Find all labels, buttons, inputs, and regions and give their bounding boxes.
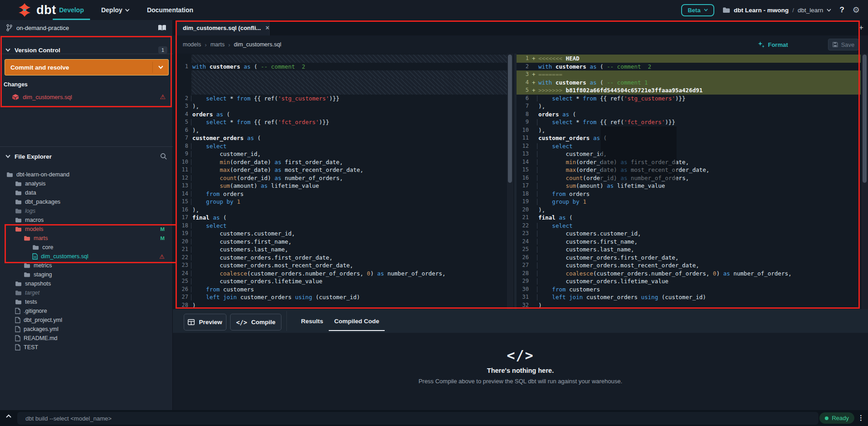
code-line[interactable]: 28 coalesce(customer_orders.number_of_or… <box>517 270 861 278</box>
code-line[interactable]: 23 customer_orders.most_recent_order_dat… <box>176 261 507 270</box>
code-line[interactable]: 16 count(order_id) as number_of_orders, <box>517 174 861 182</box>
help-icon[interactable]: ? <box>839 5 844 15</box>
code-line[interactable]: 17final as ( <box>176 214 507 222</box>
code-line[interactable]: 18 select <box>176 222 507 230</box>
code-line[interactable]: 14 from orders <box>176 190 507 198</box>
code-line[interactable]: 30 from customers <box>517 286 861 294</box>
tree-item-dbt-learn-on-demand[interactable]: dbt-learn-on-demand <box>0 170 173 179</box>
tree-item-snapshots[interactable]: snapshots <box>0 279 173 288</box>
code-line[interactable]: 7), <box>517 102 861 110</box>
diff-added-line[interactable]: 3+======= <box>517 70 861 79</box>
code-line[interactable]: 2with customers as ( -- comment 2 <box>517 63 861 71</box>
save-button[interactable]: Save <box>828 39 859 50</box>
code-line[interactable]: 7customer_orders as ( <box>176 134 507 142</box>
compile-button[interactable]: </> Compile <box>230 314 281 331</box>
code-line[interactable]: 31 left join customer_orders using (cust… <box>517 293 861 301</box>
code-line[interactable]: 15 group by 1 <box>176 198 507 206</box>
new-tab-button[interactable]: + <box>859 23 863 32</box>
close-icon[interactable]: × <box>266 24 269 31</box>
chevron-up-icon[interactable] <box>5 414 12 418</box>
tree-item-test[interactable]: TEST <box>0 343 173 352</box>
code-line[interactable]: 27 left join customer_orders using (cust… <box>176 293 507 301</box>
code-line[interactable]: 17 sum(amount) as lifetime_value <box>517 182 861 190</box>
dbt-command-input[interactable]: dbt build --select <model_name> <box>17 412 818 425</box>
code-line[interactable]: 26 customer_orders.first_order_date, <box>517 254 861 262</box>
changed-file-row[interactable]: dim_customers.sql ⚠ <box>0 92 173 102</box>
code-line[interactable]: 8 select <box>176 142 507 150</box>
code-line[interactable]: 24 coalesce(customer_orders.number_of_or… <box>176 270 507 278</box>
diff-pane-current[interactable]: 1with customers as ( -- comment 22 selec… <box>176 55 507 309</box>
code-line[interactable]: 18 from orders <box>517 190 861 198</box>
code-line[interactable]: 16), <box>176 206 507 214</box>
code-line[interactable]: 19 group by 1 <box>517 198 861 206</box>
code-line[interactable]: 2 select * from {{ ref('stg_customers')}… <box>176 95 507 103</box>
project-selector[interactable]: dbt Learn - mwong / dbt_learn <box>722 7 832 14</box>
tree-item-marts[interactable]: martsM <box>0 234 173 243</box>
code-line[interactable]: 12 select <box>517 142 861 150</box>
code-line[interactable]: 6 select * from {{ ref('stg_customers')}… <box>517 95 861 103</box>
code-line[interactable]: 27 customer_orders.most_recent_order_dat… <box>517 261 861 270</box>
code-line[interactable]: 6), <box>176 126 507 135</box>
tree-item-logs[interactable]: logs <box>0 206 173 216</box>
code-line[interactable]: 29 customer_orders.lifetime_value <box>517 277 861 286</box>
code-line[interactable]: 1with customers as ( -- comment 2 <box>176 63 507 71</box>
tree-item-staging[interactable]: staging <box>0 270 173 279</box>
code-line[interactable]: 25 customer_orders.lifetime_value <box>176 277 507 286</box>
nav-documentation[interactable]: Documentation <box>147 0 193 20</box>
tree-item-core[interactable]: core <box>0 243 173 252</box>
breadcrumb-marts[interactable]: marts <box>211 41 225 48</box>
right-pane-scrollbar[interactable] <box>862 54 868 309</box>
tree-item--gitignore[interactable]: .gitignore <box>0 306 173 316</box>
code-line[interactable]: 28) <box>176 301 507 310</box>
kebab-menu-icon[interactable]: ⋮ <box>858 414 864 422</box>
code-line[interactable]: 21 customers.last_name, <box>176 246 507 254</box>
tree-item-target[interactable]: target <box>0 288 173 297</box>
left-pane-scrollbar[interactable] <box>507 54 513 309</box>
code-line[interactable]: 24 customers.first_name, <box>517 238 861 246</box>
nav-develop[interactable]: Develop <box>59 0 84 20</box>
code-line[interactable]: 23 customers.customer_id, <box>517 230 861 238</box>
code-line[interactable]: 22 customer_orders.first_order_date, <box>176 254 507 262</box>
code-line[interactable]: 12 count(order_id) as number_of_orders, <box>176 174 507 182</box>
git-branch-row[interactable]: on-demand-practice <box>0 20 173 35</box>
code-line[interactable]: 14 min(order_date) as first_order_date, <box>517 158 861 166</box>
code-line[interactable]: 10 min(order_date) as first_order_date, <box>176 158 507 166</box>
code-line[interactable]: 19 customers.customer_id, <box>176 230 507 238</box>
code-line[interactable]: 10), <box>517 126 861 135</box>
tree-item-dbt-packages[interactable]: dbt_packages <box>0 197 173 206</box>
version-control-header[interactable]: Version Control 1 <box>0 43 173 57</box>
diff-added-line[interactable]: 1+<<<<<<< HEAD <box>517 55 861 63</box>
beta-dropdown[interactable]: Beta <box>681 4 714 16</box>
tree-item-readme-md[interactable]: README.md <box>0 334 173 343</box>
code-line[interactable]: 15 max(order_date) as most_recent_order_… <box>517 166 861 174</box>
code-line[interactable]: 11 max(order_date) as most_recent_order_… <box>176 166 507 174</box>
diff-added-line[interactable]: 5+>>>>>>> b81f802a66fd544504c65721e3ffaa… <box>517 86 861 95</box>
search-icon[interactable] <box>160 153 167 160</box>
tree-item-analysis[interactable]: analysis <box>0 179 173 188</box>
dbt-logo[interactable]: dbt <box>16 3 56 17</box>
tree-item-metrics[interactable]: metrics <box>0 261 173 270</box>
code-line[interactable]: 4orders as ( <box>176 110 507 119</box>
code-line[interactable]: 20), <box>517 206 861 214</box>
code-line[interactable]: 9 customer_id, <box>176 150 507 158</box>
code-line[interactable]: 32) <box>517 301 861 310</box>
code-line[interactable]: 21final as ( <box>517 214 861 222</box>
diff-pane-incoming[interactable]: 1+<<<<<<< HEAD2with customers as ( -- co… <box>517 55 861 309</box>
code-line[interactable]: 3), <box>176 102 507 110</box>
tree-item-packages-yml[interactable]: packages.yml <box>0 325 173 334</box>
code-line[interactable]: 13 customer_id, <box>517 150 861 158</box>
tab-results[interactable]: Results <box>301 309 323 333</box>
code-line[interactable]: 8orders as ( <box>517 110 861 119</box>
tree-item-macros[interactable]: macros <box>0 216 173 225</box>
code-line[interactable]: 11customer_orders as ( <box>517 134 861 142</box>
code-line[interactable]: 9 select * from {{ ref('fct_orders')}} <box>517 118 861 126</box>
commit-options-caret[interactable] <box>153 65 168 69</box>
format-button[interactable]: Format <box>758 35 788 54</box>
tree-item-dim-customers-sql[interactable]: dim_customers.sql⚠ <box>0 252 173 261</box>
breadcrumb-models[interactable]: models <box>183 41 201 48</box>
commit-and-resolve-button[interactable]: Commit and resolve <box>5 59 169 75</box>
code-line[interactable]: 25 customers.last_name, <box>517 246 861 254</box>
code-line[interactable]: 5 select * from {{ ref('fct_orders')}} <box>176 118 507 126</box>
nav-deploy[interactable]: Deploy <box>101 0 130 20</box>
code-line[interactable]: 22 select <box>517 222 861 230</box>
